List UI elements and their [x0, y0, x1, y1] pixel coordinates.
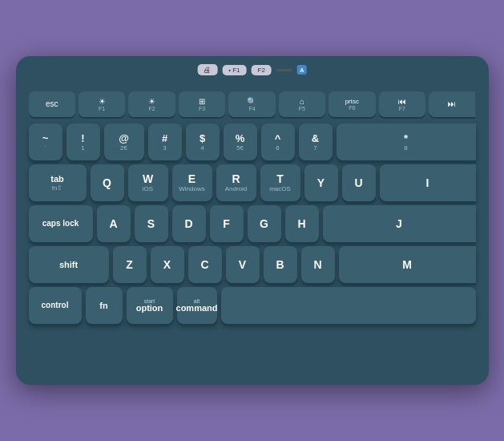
f4-num: F4 [248, 106, 255, 111]
key-1[interactable]: ! 1 [67, 123, 100, 160]
key-5[interactable]: % 5€ [224, 123, 257, 160]
key-f4[interactable]: 🔍 F4 [228, 91, 275, 117]
key-m[interactable]: M [339, 246, 476, 283]
key-5-top: % [236, 133, 245, 144]
key-backtick-top: ~ [42, 133, 49, 144]
key-f8[interactable]: ⏭ [429, 91, 475, 117]
key-v[interactable]: V [226, 246, 260, 283]
key-alt-command[interactable]: alt command [177, 287, 217, 324]
status-pill-printer: 🖨 [197, 64, 217, 75]
f5-num: F5 [299, 106, 305, 111]
key-control[interactable]: control [29, 287, 82, 324]
key-control-label: control [42, 301, 69, 310]
status-dash [276, 69, 292, 71]
key-w-label: W [143, 173, 153, 184]
key-q[interactable]: Q [91, 164, 124, 201]
key-g[interactable]: G [248, 205, 281, 242]
key-shift[interactable]: shift [29, 246, 109, 283]
key-6[interactable]: ^ 6 [261, 123, 295, 160]
key-7-top: & [312, 133, 319, 144]
key-a[interactable]: A [97, 205, 131, 242]
key-f1[interactable]: ☀ F1 [79, 91, 125, 117]
key-7[interactable]: & 7 [299, 123, 333, 160]
f1-label: • F1 [228, 67, 240, 74]
key-tab-label: tab [50, 175, 64, 184]
status-pill-f2: F2 [252, 65, 272, 75]
key-b-label: B [276, 259, 284, 270]
key-tab[interactable]: tab fn⇧ [29, 164, 87, 201]
key-j[interactable]: J [323, 205, 476, 242]
key-v-label: V [239, 259, 246, 270]
key-t[interactable]: T macOS [260, 164, 300, 201]
key-backtick[interactable]: ~ ` [29, 123, 62, 160]
key-start-option[interactable]: start option [127, 287, 173, 324]
key-f7[interactable]: ⏮ F7 [379, 91, 425, 117]
key-1-top: ! [81, 133, 84, 144]
key-f2[interactable]: ☀ F2 [128, 91, 175, 117]
key-fn[interactable]: fn [86, 287, 123, 324]
key-u[interactable]: U [342, 164, 376, 201]
key-w[interactable]: W iOS [128, 164, 168, 201]
key-j-label: J [396, 218, 402, 229]
asdf-row: caps lock A S D F G H [29, 205, 476, 242]
key-3[interactable]: # 3 [148, 123, 182, 160]
key-3-bottom: 3 [163, 145, 166, 152]
key-f6[interactable]: prtsc F6 [329, 91, 375, 117]
key-3-top: # [162, 133, 167, 144]
key-2[interactable]: @ 2€ [104, 123, 144, 160]
key-q-label: Q [103, 177, 111, 188]
key-x[interactable]: X [151, 246, 184, 283]
status-pill-f1: • F1 [222, 65, 246, 75]
key-command-label: command [176, 304, 218, 313]
key-x-label: X [163, 259, 171, 270]
key-1-bottom: 1 [81, 145, 84, 152]
key-i[interactable]: I [380, 164, 476, 201]
key-u-label: U [354, 177, 362, 188]
key-z[interactable]: Z [113, 246, 147, 283]
printer-icon: 🖨 [204, 66, 211, 74]
key-option-label: option [136, 304, 163, 313]
key-4[interactable]: $ 4 [186, 123, 220, 160]
key-e[interactable]: E Windows [172, 164, 212, 201]
key-7-bottom: 7 [313, 145, 317, 152]
key-esc[interactable]: esc [29, 91, 75, 117]
key-r[interactable]: R Android [216, 164, 256, 201]
key-2-bottom: 2€ [120, 145, 127, 152]
key-f[interactable]: F [210, 205, 244, 242]
key-tab-sub: fn⇧ [52, 185, 63, 192]
key-f-label: F [223, 218, 230, 229]
key-y[interactable]: Y [304, 164, 338, 201]
key-s[interactable]: S [135, 205, 168, 242]
f6-num: F6 [349, 105, 355, 111]
key-h[interactable]: H [285, 205, 319, 242]
key-4-top: $ [200, 133, 205, 144]
key-shift-label: shift [59, 261, 78, 269]
key-a-label: A [109, 218, 117, 229]
key-h-label: H [297, 218, 305, 229]
key-f3[interactable]: ⊞ F3 [179, 91, 225, 117]
key-2-top: @ [119, 133, 129, 144]
key-f5[interactable]: ⌂ F5 [279, 91, 325, 117]
esc-label: esc [46, 100, 58, 108]
key-w-sub: iOS [143, 186, 153, 192]
keyboard-body: 🖨 • F1 F2 A esc ☀ F1 ☀ [16, 56, 489, 385]
key-8-top: * [404, 133, 408, 144]
key-t-sub: macOS [269, 186, 291, 192]
key-t-label: T [276, 173, 284, 184]
key-caps-lock[interactable]: caps lock [29, 205, 93, 242]
key-c[interactable]: C [188, 246, 222, 283]
key-s-label: S [147, 218, 155, 229]
key-4-bottom: 4 [200, 145, 204, 152]
f3-num: F3 [199, 106, 205, 111]
f5-home-icon: ⌂ [300, 98, 304, 106]
key-b[interactable]: B [264, 246, 297, 283]
key-8[interactable]: * 8 [337, 123, 476, 160]
key-d[interactable]: D [172, 205, 206, 242]
key-y-label: Y [317, 177, 325, 188]
f6-prtsc-icon: prtsc [345, 99, 359, 105]
key-space[interactable] [221, 287, 476, 324]
key-z-label: Z [126, 259, 133, 270]
key-n[interactable]: N [301, 246, 335, 283]
f2-label: F2 [258, 67, 265, 74]
bottom-row: control fn start option alt command [29, 287, 476, 324]
